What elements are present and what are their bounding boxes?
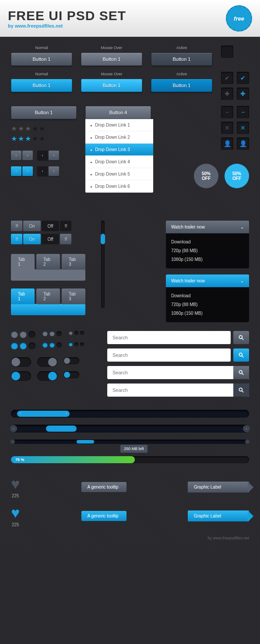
switch-blue-off[interactable] — [11, 371, 31, 381]
dropdown-item[interactable]: Drop Down Link 6 — [85, 180, 153, 193]
search-input[interactable] — [107, 348, 231, 362]
slider-prev-icon[interactable]: ‹ — [10, 425, 17, 432]
pager-dots[interactable] — [11, 342, 35, 349]
user-icon[interactable]: 👤 — [237, 137, 249, 150]
svg-line-3 — [242, 356, 244, 358]
pager-dots[interactable] — [69, 331, 84, 335]
prev-button[interactable]: ‹ — [37, 151, 48, 160]
trailer-button[interactable]: Watch trailer now⌄ — [166, 274, 249, 287]
svg-line-1 — [242, 338, 244, 340]
plus-icon[interactable]: ✚ — [221, 88, 233, 100]
free-badge: free — [226, 5, 252, 32]
search-button[interactable] — [233, 348, 249, 362]
button-gray-normal[interactable]: Button 1 — [11, 53, 72, 66]
minus-icon[interactable]: − — [237, 106, 249, 118]
range-slider-3[interactable] — [11, 440, 249, 444]
download-1080p[interactable]: 1080p (150 MB) — [171, 309, 244, 318]
next-button[interactable]: › — [49, 151, 59, 160]
dropdown-item[interactable]: Drop Down Link 3 — [85, 144, 153, 156]
button-blue-active[interactable]: Button 1 — [151, 79, 212, 92]
search-button[interactable] — [233, 384, 249, 397]
tab-3[interactable]: Tab 3 — [62, 289, 85, 304]
download-720p[interactable]: 720p (88 MB) — [171, 300, 244, 309]
search-icon — [238, 352, 244, 358]
switch-gray-on[interactable] — [37, 357, 57, 367]
next-button[interactable]: › — [22, 166, 33, 176]
heart-count: 225 — [11, 493, 20, 498]
pager-dots[interactable] — [42, 331, 62, 336]
search-icon — [238, 370, 244, 376]
dropdown-item[interactable]: Drop Down Link 5 — [85, 168, 153, 180]
dropdown-button-1[interactable]: Button 1 — [11, 106, 77, 119]
switch-gray-off[interactable] — [11, 357, 31, 367]
check-icon[interactable]: ✔ — [237, 72, 249, 84]
next-button[interactable]: › — [49, 166, 59, 176]
tab-1[interactable]: Tab 1 — [11, 289, 35, 304]
search-input[interactable] — [107, 331, 231, 344]
vertical-slider[interactable] — [101, 221, 105, 308]
range-slider-2[interactable]: ‹ › — [11, 425, 249, 433]
tab-1[interactable]: Tab 1 — [11, 254, 35, 270]
toggle-blue[interactable]: ⠿ On Off ⠿ — [11, 234, 85, 244]
button-blue-hover[interactable]: Button 1 — [81, 79, 142, 92]
sale-badge-gray: 50%OFF — [194, 164, 218, 188]
search-input[interactable] — [107, 384, 249, 397]
tab-2[interactable]: Tab 2 — [36, 289, 60, 304]
slider-thumb[interactable] — [101, 234, 105, 244]
dropdown-item[interactable]: Drop Down Link 4 — [85, 156, 153, 168]
prev-button[interactable]: ‹ — [37, 166, 48, 176]
button-blue-normal[interactable]: Button 1 — [11, 79, 72, 92]
search-button[interactable] — [233, 331, 249, 344]
dropdown-item[interactable]: Drop Down Link 2 — [85, 131, 153, 144]
checkbox-empty[interactable] — [221, 46, 233, 58]
footer-credit: by www.freepsdfiles.net — [11, 536, 249, 540]
pager-dots[interactable] — [69, 342, 84, 346]
tag-label-gray[interactable]: Graphic Label — [188, 482, 249, 493]
range-slider-1[interactable]: ‹› — [11, 410, 249, 418]
search-button[interactable] — [233, 366, 249, 379]
plus-icon[interactable]: ✚ — [237, 88, 249, 100]
download-1080p[interactable]: 1080p (150 MB) — [171, 255, 244, 264]
pager-dots[interactable] — [11, 331, 35, 338]
star-rating-dim[interactable]: ★★★★★ — [11, 124, 77, 133]
minus-icon[interactable]: − — [221, 106, 233, 118]
dropdown-item[interactable]: Drop Down Link 1 — [85, 119, 153, 131]
user-icon[interactable]: 👤 — [221, 137, 233, 150]
next-button[interactable]: › — [22, 151, 33, 160]
header: FREE UI PSD SET by www.freepsdfiles.net … — [0, 0, 260, 37]
tab-2[interactable]: Tab 2 — [36, 254, 60, 270]
search-input[interactable] — [107, 366, 249, 379]
star-rating-blue[interactable]: ★★★★★ — [11, 134, 77, 143]
state-label-normal: Normal — [11, 46, 72, 50]
prev-button[interactable]: ‹ — [11, 166, 21, 176]
chevron-down-icon: ⌄ — [240, 278, 244, 283]
state-label-active: Active — [151, 46, 212, 50]
grid-icon: ⠿ — [11, 221, 22, 231]
slider-next-icon[interactable]: › — [243, 425, 250, 432]
svg-point-0 — [239, 335, 242, 338]
tag-label-blue[interactable]: Graphic Label — [188, 510, 249, 521]
prev-button[interactable]: ‹ — [11, 151, 21, 160]
close-icon[interactable]: ✕ — [221, 122, 233, 134]
heart-icon[interactable]: ♥ — [11, 475, 20, 493]
check-icon[interactable]: ✔ — [221, 72, 233, 84]
switch-small[interactable] — [63, 357, 79, 364]
svg-line-5 — [242, 373, 244, 375]
heart-count: 225 — [11, 522, 20, 527]
dropdown-button-4[interactable]: Button 4 — [85, 106, 151, 119]
toggle-gray[interactable]: ⠿ On Off ⠿ — [11, 221, 85, 231]
switch-small[interactable] — [63, 371, 79, 378]
close-icon[interactable]: ✕ — [237, 122, 249, 134]
progress-tooltip: 250 MB left — [120, 445, 148, 453]
trailer-button[interactable]: Watch trailer now⌄ — [166, 221, 249, 233]
chevron-down-icon: ⌄ — [240, 225, 244, 229]
download-720p[interactable]: 720p (88 MB) — [171, 246, 244, 255]
button-gray-active[interactable]: Button 1 — [151, 53, 212, 66]
svg-point-2 — [239, 353, 242, 356]
byline: by www.freepsdfiles.net — [8, 23, 126, 28]
heart-icon[interactable]: ♥ — [11, 504, 20, 521]
switch-blue-on[interactable] — [37, 371, 57, 381]
tab-3[interactable]: Tab 3 — [62, 254, 85, 270]
button-gray-hover[interactable]: Button 1 — [81, 53, 142, 66]
pager-dots[interactable] — [42, 342, 62, 348]
